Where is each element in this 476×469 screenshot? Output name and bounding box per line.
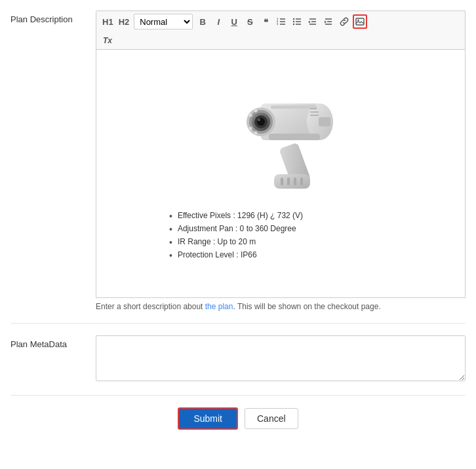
svg-rect-22: [281, 178, 283, 185]
italic-button[interactable]: I: [211, 14, 226, 29]
svg-rect-24: [294, 178, 296, 185]
bullet-item-1: Adjustment Pan : 0 to 360 Degree: [169, 224, 399, 235]
svg-text:3: 3: [277, 22, 279, 26]
submit-button[interactable]: Submit: [178, 407, 238, 430]
svg-point-36: [249, 114, 252, 117]
button-row: Submit Cancel: [10, 407, 466, 430]
svg-point-11: [293, 24, 294, 25]
toolbar-row2: Tx: [96, 32, 466, 49]
bold-button[interactable]: B: [195, 14, 210, 29]
svg-point-35: [258, 119, 260, 121]
hint-text: Enter a short description about the plan…: [96, 302, 466, 311]
svg-point-9: [293, 18, 294, 20]
outdent-button[interactable]: [306, 14, 320, 29]
metadata-input[interactable]: [96, 335, 466, 381]
h1-button[interactable]: H1: [100, 14, 115, 29]
link-button[interactable]: [337, 14, 351, 29]
clear-format-button[interactable]: Tx: [100, 33, 115, 48]
bullet-list: Effective Pixels : 1296 (H) ¿ 732 (V) Ad…: [163, 211, 399, 263]
plan-metadata-label: Plan MetaData: [10, 335, 96, 349]
ordered-list-button[interactable]: 123: [274, 14, 288, 29]
h2-button[interactable]: H2: [117, 14, 132, 29]
bullet-item-0: Effective Pixels : 1296 (H) ¿ 732 (V): [169, 211, 399, 221]
strikethrough-button[interactable]: S: [243, 14, 257, 29]
svg-rect-40: [271, 105, 317, 109]
svg-point-39: [254, 132, 258, 135]
plan-description-row: Plan Description H1 H2 Normal Heading 1 …: [10, 10, 466, 324]
description-editor: H1 H2 Normal Heading 1 Heading 2 Heading…: [96, 10, 466, 311]
editor-toolbar: H1 H2 Normal Heading 1 Heading 2 Heading…: [96, 10, 466, 32]
svg-rect-25: [300, 178, 303, 185]
svg-rect-21: [274, 174, 310, 189]
svg-rect-44: [319, 117, 330, 126]
svg-rect-18: [356, 18, 364, 25]
plan-metadata-row: Plan MetaData: [10, 335, 466, 396]
svg-point-10: [293, 21, 294, 22]
svg-rect-23: [287, 178, 290, 185]
plan-description-label: Plan Description: [10, 10, 96, 24]
bullet-item-3: Protection Level : IP66: [169, 250, 399, 261]
svg-point-38: [254, 109, 258, 113]
svg-rect-29: [269, 134, 320, 140]
image-button[interactable]: [353, 14, 367, 29]
underline-button[interactable]: U: [227, 14, 241, 29]
bullet-item-2: IR Range : Up to 20 m: [169, 237, 399, 248]
metadata-content: [96, 335, 466, 383]
cancel-button[interactable]: Cancel: [245, 408, 298, 429]
format-select[interactable]: Normal Heading 1 Heading 2 Heading 3: [134, 14, 193, 29]
editor-body[interactable]: Effective Pixels : 1296 (H) ¿ 732 (V) Ad…: [96, 49, 466, 298]
unordered-list-button[interactable]: [290, 14, 304, 29]
indent-button[interactable]: [321, 14, 336, 29]
blockquote-button[interactable]: ❝: [258, 14, 273, 29]
hint-highlight: the plan: [205, 302, 233, 311]
editor-image: [222, 63, 340, 200]
svg-point-37: [249, 127, 252, 130]
